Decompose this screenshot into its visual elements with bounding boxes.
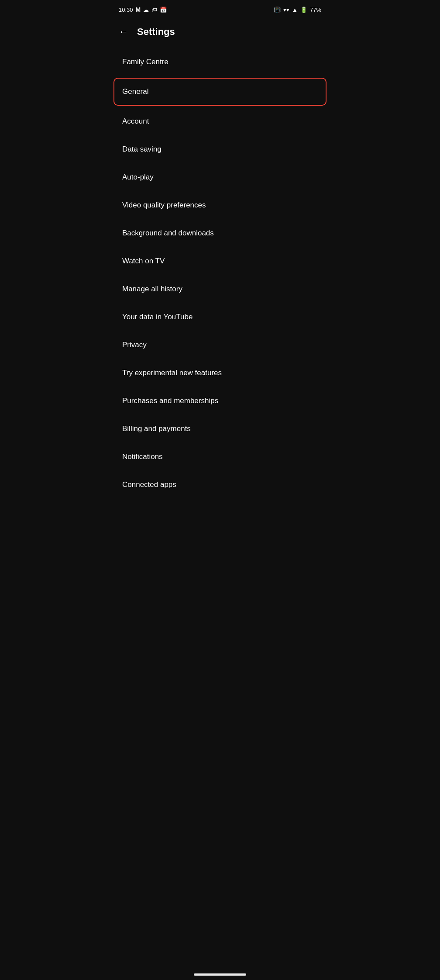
time-display: 10:30: [119, 7, 133, 13]
tag-icon: 🏷: [151, 7, 157, 13]
menu-item-video-quality[interactable]: Video quality preferences: [113, 191, 327, 219]
menu-item-account[interactable]: Account: [113, 107, 327, 135]
menu-item-auto-play[interactable]: Auto-play: [113, 163, 327, 191]
status-bar-right: 📳 ▾▾ ▲ 🔋 77%: [274, 7, 321, 13]
menu-item-manage-history[interactable]: Manage all history: [113, 275, 327, 303]
menu-item-general[interactable]: General: [113, 78, 327, 106]
menu-item-background-downloads[interactable]: Background and downloads: [113, 219, 327, 247]
battery-percentage: 77%: [310, 7, 321, 13]
cloud-icon: ☁: [143, 7, 149, 13]
back-button[interactable]: ←: [117, 24, 130, 39]
vibrate-icon: 📳: [274, 7, 281, 13]
menu-item-purchases[interactable]: Purchases and memberships: [113, 387, 327, 415]
wifi-icon: ▾▾: [283, 7, 289, 13]
page-title: Settings: [137, 26, 175, 38]
battery-icon: 🔋: [300, 7, 307, 13]
menu-item-data-saving[interactable]: Data saving: [113, 135, 327, 163]
gmail-icon: M: [136, 6, 141, 13]
menu-item-your-data[interactable]: Your data in YouTube: [113, 303, 327, 331]
menu-item-watch-on-tv[interactable]: Watch on TV: [113, 247, 327, 275]
header: ← Settings: [110, 17, 330, 48]
menu-item-billing[interactable]: Billing and payments: [113, 415, 327, 443]
status-bar: 10:30 M ☁ 🏷 📅 📳 ▾▾ ▲ 🔋 77%: [110, 0, 330, 17]
calendar-icon: 📅: [160, 7, 167, 13]
status-bar-left: 10:30 M ☁ 🏷 📅: [119, 6, 167, 13]
settings-menu: Family CentreGeneralAccountData savingAu…: [110, 48, 330, 499]
menu-item-notifications[interactable]: Notifications: [113, 443, 327, 471]
menu-item-family-centre[interactable]: Family Centre: [113, 48, 327, 76]
menu-item-privacy[interactable]: Privacy: [113, 331, 327, 359]
menu-item-experimental[interactable]: Try experimental new features: [113, 359, 327, 387]
menu-item-connected-apps[interactable]: Connected apps: [113, 471, 327, 499]
signal-icon: ▲: [292, 7, 298, 13]
